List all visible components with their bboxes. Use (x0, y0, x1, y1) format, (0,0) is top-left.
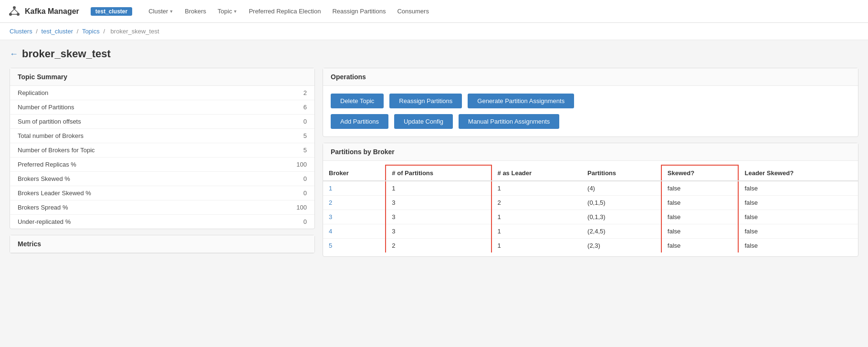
brand-link[interactable]: Kafka Manager (8, 5, 79, 18)
ops-row-2: Add Partitions Update Config Manual Part… (331, 114, 850, 129)
table-row: 5 2 1 (2,3) false false (323, 239, 858, 253)
as-leader-2: 2 (492, 196, 582, 210)
summary-value: 0 (248, 186, 314, 200)
breadcrumb-current: broker_skew_test (111, 28, 159, 35)
breadcrumb-sep-2: / (77, 28, 80, 35)
leader-skewed-2: false (738, 196, 858, 210)
col-skewed: Skewed? (661, 165, 739, 181)
nav-consumers[interactable]: Consumers (392, 5, 433, 18)
metrics-card: Metrics (10, 235, 315, 253)
page-content: ← broker_skew_test Topic Summary Replica… (0, 40, 868, 270)
operations-card: Operations Delete Topic Reassign Partiti… (323, 68, 858, 137)
delete-topic-button[interactable]: Delete Topic (331, 94, 384, 108)
table-row: Brokers Spread % 100 (10, 200, 314, 215)
table-row: Brokers Leader Skewed % 0 (10, 186, 314, 200)
broker-link-2[interactable]: 2 (323, 196, 386, 210)
num-partitions-2: 3 (386, 196, 491, 210)
num-partitions-4: 3 (386, 224, 491, 239)
skewed-4: false (661, 224, 739, 239)
breadcrumb-test-cluster[interactable]: test_cluster (42, 28, 73, 35)
table-row: Replication 2 (10, 86, 314, 100)
partitions-4: (2,4,5) (582, 224, 661, 239)
nav-brokers[interactable]: Brokers (180, 5, 211, 18)
svg-line-3 (10, 9, 14, 13)
summary-value: 5 (248, 143, 314, 158)
broker-link-4[interactable]: 4 (323, 224, 386, 239)
num-partitions-3: 3 (386, 210, 491, 224)
partitions-2: (0,1,5) (582, 196, 661, 210)
topic-name-heading: broker_skew_test (22, 48, 111, 60)
col-leader-skewed: Leader Skewed? (738, 165, 858, 181)
cluster-badge[interactable]: test_cluster (91, 7, 132, 16)
breadcrumb-topics[interactable]: Topics (82, 28, 100, 35)
col-num-partitions: # of Partitions (386, 165, 491, 181)
breadcrumb-sep-1: / (36, 28, 39, 35)
breadcrumb-sep-3: / (103, 28, 106, 35)
summary-value: 100 (248, 158, 314, 172)
right-column: Operations Delete Topic Reassign Partiti… (323, 68, 858, 263)
topic-summary-card: Topic Summary Replication 2 Number of Pa… (10, 68, 315, 229)
leader-skewed-5: false (738, 239, 858, 253)
operations-body: Delete Topic Reassign Partitions Generat… (323, 86, 858, 137)
leader-skewed-3: false (738, 210, 858, 224)
add-partitions-button[interactable]: Add Partitions (331, 114, 388, 129)
manual-partition-assignments-button[interactable]: Manual Partition Assignments (459, 114, 559, 129)
as-leader-3: 1 (492, 210, 582, 224)
table-header-row: Broker # of Partitions # as Leader Parti… (323, 165, 858, 181)
chevron-down-icon: ▼ (169, 9, 173, 14)
table-row: 2 3 2 (0,1,5) false false (323, 196, 858, 210)
table-row: Brokers Skewed % 0 (10, 172, 314, 186)
skewed-2: false (661, 196, 739, 210)
nav-preferred-replica[interactable]: Preferred Replica Election (244, 5, 325, 18)
summary-value: 100 (248, 200, 314, 215)
broker-link-5[interactable]: 5 (323, 239, 386, 253)
svg-point-0 (13, 6, 16, 9)
generate-partition-assignments-button[interactable]: Generate Partition Assignments (468, 94, 574, 108)
col-as-leader: # as Leader (492, 165, 582, 181)
table-row: Under-replicated % 0 (10, 215, 314, 229)
page-title: ← broker_skew_test (10, 48, 858, 60)
table-row: Total number of Brokers 5 (10, 129, 314, 143)
breadcrumb-clusters[interactable]: Clusters (10, 28, 32, 35)
topic-summary-header: Topic Summary (10, 68, 314, 86)
breadcrumb: Clusters / test_cluster / Topics / broke… (0, 23, 868, 40)
brand-name: Kafka Manager (25, 7, 79, 16)
summary-label: Replication (10, 86, 248, 100)
num-partitions-1: 1 (386, 181, 491, 196)
partitions-table: Broker # of Partitions # as Leader Parti… (323, 165, 858, 252)
summary-value: 6 (248, 100, 314, 115)
partitions-by-broker-card: Partitions by Broker Broker # of Partiti… (323, 143, 858, 257)
summary-value: 0 (248, 215, 314, 229)
table-row: Number of Brokers for Topic 5 (10, 143, 314, 158)
back-arrow-icon[interactable]: ← (10, 49, 18, 59)
navbar: Kafka Manager test_cluster Cluster ▼ Bro… (0, 0, 868, 23)
col-broker: Broker (323, 165, 386, 181)
summary-label: Brokers Spread % (10, 200, 248, 215)
update-config-button[interactable]: Update Config (394, 114, 453, 129)
broker-link-3[interactable]: 3 (323, 210, 386, 224)
skewed-1: false (661, 181, 739, 196)
table-row: 3 3 1 (0,1,3) false false (323, 210, 858, 224)
nav-topic[interactable]: Topic ▼ (213, 5, 242, 18)
broker-link-1[interactable]: 1 (323, 181, 386, 196)
skewed-3: false (661, 210, 739, 224)
leader-skewed-4: false (738, 224, 858, 239)
reassign-partitions-button[interactable]: Reassign Partitions (389, 94, 462, 108)
summary-label: Total number of Brokers (10, 129, 248, 143)
summary-table: Replication 2 Number of Partitions 6 Sum… (10, 86, 314, 229)
partitions-table-container: Broker # of Partitions # as Leader Parti… (323, 161, 858, 256)
table-row: Preferred Replicas % 100 (10, 158, 314, 172)
chevron-down-icon-2: ▼ (233, 9, 237, 14)
partitions-by-broker-header: Partitions by Broker (323, 143, 858, 161)
left-column: Topic Summary Replication 2 Number of Pa… (10, 68, 315, 259)
summary-label: Number of Partitions (10, 100, 248, 115)
summary-label: Brokers Skewed % (10, 172, 248, 186)
summary-label: Number of Brokers for Topic (10, 143, 248, 158)
summary-label: Sum of partition offsets (10, 115, 248, 129)
metrics-header: Metrics (10, 235, 314, 253)
leader-skewed-1: false (738, 181, 858, 196)
num-partitions-5: 2 (386, 239, 491, 253)
col-partitions: Partitions (582, 165, 661, 181)
nav-cluster[interactable]: Cluster ▼ (144, 5, 178, 18)
nav-reassign-partitions[interactable]: Reassign Partitions (327, 5, 390, 18)
